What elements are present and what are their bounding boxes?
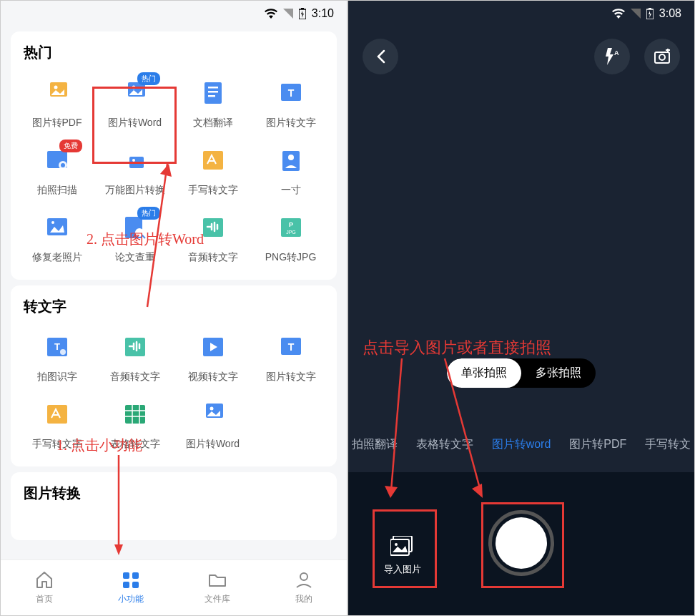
svg-rect-47 bbox=[123, 572, 129, 579]
svg-rect-10 bbox=[208, 91, 218, 93]
tool-plagiarism[interactable]: 热门论文查重 bbox=[96, 205, 174, 273]
nav-label: 我的 bbox=[295, 593, 312, 605]
tool-image-text[interactable]: T图片转文字 bbox=[252, 71, 330, 138]
nav-person[interactable]: 我的 bbox=[260, 560, 347, 615]
svg-point-51 bbox=[300, 573, 307, 580]
id-photo-icon bbox=[275, 144, 307, 177]
wifi-icon bbox=[612, 9, 625, 19]
convert-icon bbox=[119, 144, 152, 177]
flash-button[interactable]: A bbox=[594, 39, 630, 74]
tool-image-doc[interactable]: 图片转Word bbox=[174, 392, 252, 459]
svg-point-56 bbox=[659, 54, 665, 60]
restore-icon bbox=[41, 211, 74, 244]
folder-icon bbox=[207, 570, 227, 590]
svg-text:P: P bbox=[288, 221, 292, 228]
tool-doc-lines[interactable]: 文档翻译 bbox=[174, 71, 252, 138]
flash-auto-icon: A bbox=[604, 48, 620, 65]
tool-image-doc[interactable]: 热门图片转Word bbox=[96, 71, 174, 138]
import-image-button[interactable]: 导入图片 bbox=[384, 536, 421, 576]
signal-icon bbox=[283, 9, 293, 19]
svg-text:A: A bbox=[614, 49, 619, 57]
image-doc-icon: 热门 bbox=[119, 77, 152, 109]
tool-label: 手写转文字 bbox=[188, 184, 238, 197]
video-icon bbox=[197, 331, 230, 363]
tool-handwrite[interactable]: 手写转文字 bbox=[18, 392, 96, 459]
tool-label: 视频转文字 bbox=[188, 371, 238, 383]
nav-grid[interactable]: 小功能 bbox=[87, 560, 174, 615]
shutter-button[interactable] bbox=[488, 510, 554, 576]
tool-image-text[interactable]: T图片转文字 bbox=[252, 325, 330, 392]
section-title-hot: 热门 bbox=[18, 43, 330, 62]
nav-label: 首页 bbox=[36, 593, 53, 605]
tool-scan[interactable]: 免费拍照扫描 bbox=[18, 138, 96, 205]
hot-grid: 图片转PDF热门图片转Word文档翻译T图片转文字免费拍照扫描万能图片转换手写转… bbox=[18, 71, 330, 273]
tool-restore[interactable]: 修复老照片 bbox=[18, 205, 96, 273]
tool-label: 拍照扫描 bbox=[37, 184, 77, 197]
svg-point-59 bbox=[395, 543, 398, 546]
audio-icon bbox=[197, 211, 230, 244]
section-title-imgconvert: 图片转换 bbox=[18, 484, 330, 503]
svg-rect-11 bbox=[208, 95, 215, 97]
wifi-icon bbox=[265, 9, 277, 19]
image-text-icon: T bbox=[275, 77, 307, 109]
nav-home[interactable]: 首页 bbox=[1, 560, 87, 615]
svg-rect-48 bbox=[132, 572, 139, 579]
status-bar: 3:10 bbox=[1, 1, 347, 26]
svg-point-33 bbox=[60, 349, 66, 355]
mode-tab-0[interactable]: 拍照翻译 bbox=[352, 437, 398, 452]
handwrite-icon bbox=[197, 144, 230, 177]
nav-label: 小功能 bbox=[118, 593, 144, 605]
camera-settings-button[interactable] bbox=[644, 39, 680, 74]
mode-tab-1[interactable]: 表格转文字 bbox=[416, 437, 473, 452]
section-title-totext: 转文字 bbox=[18, 297, 330, 316]
battery-icon bbox=[299, 8, 306, 19]
svg-rect-34 bbox=[125, 338, 145, 356]
tool-convert[interactable]: 万能图片转换 bbox=[96, 138, 174, 205]
tool-audio[interactable]: 音频转文字 bbox=[96, 325, 174, 392]
tool-ocr[interactable]: T拍图识字 bbox=[18, 325, 96, 392]
image-doc-icon bbox=[41, 77, 74, 109]
totext-section: 转文字 T拍图识字音频转文字视频转文字T图片转文字手写转文字表格转文字图片转Wo… bbox=[11, 285, 337, 466]
tool-label: 论文查重 bbox=[115, 251, 155, 264]
svg-text:T: T bbox=[287, 87, 294, 99]
tool-image-doc[interactable]: 图片转PDF bbox=[18, 71, 96, 138]
svg-text:T: T bbox=[287, 341, 294, 353]
single-shot-tab[interactable]: 单张拍照 bbox=[447, 358, 521, 388]
tool-table[interactable]: 表格转文字 bbox=[96, 392, 174, 459]
svg-rect-18 bbox=[129, 157, 144, 168]
mode-tab-3[interactable]: 图片转PDF bbox=[569, 437, 626, 452]
nav-label: 文件库 bbox=[204, 593, 230, 605]
svg-rect-58 bbox=[390, 539, 409, 555]
status-time-r: 3:08 bbox=[659, 7, 681, 20]
badge: 热门 bbox=[137, 72, 160, 85]
svg-point-42 bbox=[210, 407, 213, 411]
left-screen: 3:10 热门 图片转PDF热门图片转Word文档翻译T图片转文字免费拍照扫描万… bbox=[0, 0, 348, 616]
mode-tab-2[interactable]: 图片转word bbox=[492, 437, 551, 452]
scan-icon: 免费 bbox=[41, 144, 74, 177]
mode-tab-4[interactable]: 手写转文 bbox=[645, 437, 691, 452]
audio-icon bbox=[119, 331, 152, 363]
badge: 热门 bbox=[137, 207, 160, 220]
tool-audio[interactable]: 音频转文字 bbox=[174, 205, 252, 273]
svg-point-22 bbox=[288, 155, 294, 160]
mode-tabs: 拍照翻译表格转文字图片转word图片转PDF手写转文 bbox=[348, 437, 694, 452]
image-icon bbox=[390, 536, 415, 557]
back-button[interactable] bbox=[363, 39, 398, 74]
svg-rect-9 bbox=[208, 87, 218, 89]
nav-folder[interactable]: 文件库 bbox=[174, 560, 260, 615]
plagiarism-icon: 热门 bbox=[119, 211, 152, 244]
tool-label: 图片转文字 bbox=[266, 117, 316, 129]
tool-label: 拍图识字 bbox=[37, 371, 77, 383]
tool-video[interactable]: 视频转文字 bbox=[174, 325, 252, 392]
bottom-area: 导入图片 bbox=[348, 472, 694, 615]
tool-id-photo[interactable]: 一寸 bbox=[252, 138, 330, 205]
svg-rect-1 bbox=[301, 8, 304, 9]
import-label: 导入图片 bbox=[384, 563, 421, 576]
home-icon bbox=[34, 570, 54, 590]
tool-handwrite[interactable]: 手写转文字 bbox=[174, 138, 252, 205]
multi-shot-tab[interactable]: 多张拍照 bbox=[521, 358, 596, 388]
badge: 免费 bbox=[59, 140, 82, 152]
tool-png-jpg[interactable]: PJPGPNG转JPG bbox=[252, 205, 330, 273]
image-text-icon: T bbox=[275, 331, 307, 363]
svg-rect-8 bbox=[204, 82, 222, 104]
